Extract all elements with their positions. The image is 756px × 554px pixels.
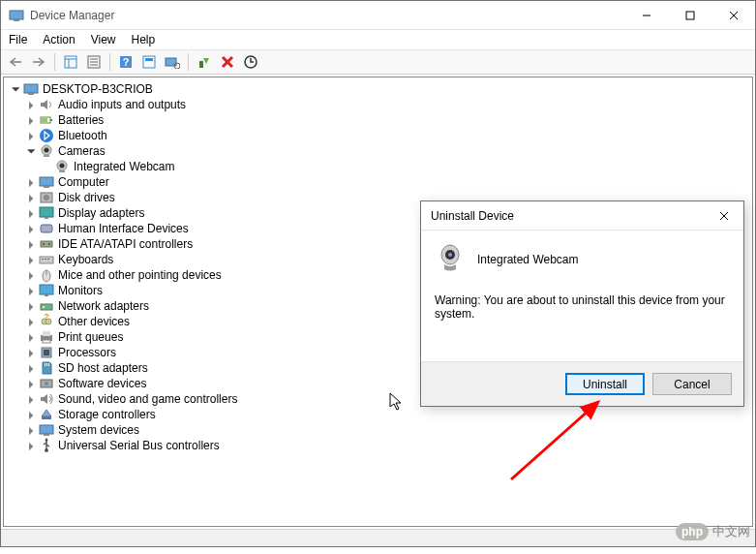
update-driver-button[interactable] xyxy=(240,51,261,73)
tree-item[interactable]: Computer xyxy=(4,174,752,190)
cpu-icon xyxy=(39,345,54,360)
chevron-right-icon[interactable] xyxy=(23,99,39,110)
watermark-logo: php xyxy=(676,523,709,540)
tree-item-label: System devices xyxy=(58,423,139,437)
svg-point-44 xyxy=(48,243,50,245)
action-button[interactable] xyxy=(138,51,160,73)
properties-button[interactable] xyxy=(83,51,105,73)
chevron-right-icon[interactable] xyxy=(23,300,39,312)
chevron-right-icon[interactable] xyxy=(23,269,39,281)
menu-action[interactable]: Action xyxy=(43,33,75,46)
chevron-right-icon[interactable] xyxy=(23,176,39,188)
svg-rect-71 xyxy=(44,434,49,436)
enable-device-button[interactable] xyxy=(194,51,215,73)
svg-point-33 xyxy=(60,164,65,169)
svg-rect-51 xyxy=(40,285,53,294)
close-button[interactable] xyxy=(711,1,755,29)
chevron-right-icon[interactable] xyxy=(23,114,39,126)
svg-rect-52 xyxy=(45,294,48,296)
chevron-right-icon[interactable] xyxy=(23,285,39,296)
tree-item[interactable]: Integrated Webcam xyxy=(4,159,752,174)
svg-rect-36 xyxy=(44,186,49,188)
bluetooth-icon xyxy=(39,128,54,143)
chevron-right-icon[interactable] xyxy=(23,378,39,389)
svg-rect-39 xyxy=(40,207,53,217)
svg-rect-61 xyxy=(43,340,50,343)
chevron-right-icon[interactable] xyxy=(23,347,39,358)
tree-item[interactable]: Bluetooth xyxy=(4,128,752,143)
svg-point-43 xyxy=(43,243,45,245)
svg-rect-46 xyxy=(42,259,44,260)
chevron-right-icon[interactable] xyxy=(23,393,39,405)
chevron-right-icon[interactable] xyxy=(23,362,39,374)
chevron-down-icon[interactable] xyxy=(23,145,39,157)
uninstall-button[interactable]: Uninstall xyxy=(565,373,645,395)
computer-icon xyxy=(39,174,54,190)
svg-rect-54 xyxy=(43,306,45,308)
svg-rect-69 xyxy=(42,416,51,419)
tree-item-label: Human Interface Devices xyxy=(58,222,189,235)
svg-rect-48 xyxy=(47,259,49,260)
show-hide-console-button[interactable] xyxy=(60,51,81,73)
tree-item[interactable]: Storage controllers xyxy=(4,407,752,422)
printer-icon xyxy=(39,329,54,345)
dialog-titlebar: Uninstall Device xyxy=(421,201,743,231)
chevron-right-icon[interactable] xyxy=(23,409,39,420)
tree-item[interactable]: Batteries xyxy=(4,112,752,128)
help-button[interactable]: ? xyxy=(115,51,136,73)
maximize-button[interactable] xyxy=(668,1,711,29)
svg-rect-6 xyxy=(65,56,76,68)
svg-rect-65 xyxy=(46,363,47,366)
usb-icon xyxy=(39,438,54,453)
chevron-right-icon[interactable] xyxy=(23,207,39,219)
tree-item[interactable]: Universal Serial Bus controllers xyxy=(4,438,752,453)
svg-rect-24 xyxy=(28,93,34,95)
back-button[interactable] xyxy=(5,51,26,73)
svg-point-72 xyxy=(45,448,48,452)
menu-help[interactable]: Help xyxy=(132,33,156,46)
tree-item-label: Storage controllers xyxy=(58,408,156,421)
svg-rect-1 xyxy=(14,19,19,21)
chevron-right-icon[interactable] xyxy=(23,238,39,250)
svg-rect-55 xyxy=(48,306,50,308)
chevron-right-icon[interactable] xyxy=(23,440,39,451)
menubar: File Action View Help xyxy=(1,30,755,49)
titlebar: Device Manager xyxy=(1,1,755,30)
uninstall-device-button[interactable] xyxy=(217,51,238,73)
tree-item[interactable]: System devices xyxy=(4,422,752,438)
tree-item-label: Sound, video and game controllers xyxy=(58,392,237,406)
dialog-buttons: Uninstall Cancel xyxy=(421,361,743,406)
svg-point-28 xyxy=(40,129,53,142)
statusbar xyxy=(1,529,755,546)
tree-item[interactable]: Cameras xyxy=(4,143,752,159)
chevron-right-icon[interactable] xyxy=(23,130,39,141)
svg-rect-60 xyxy=(43,331,50,336)
menu-view[interactable]: View xyxy=(91,33,116,46)
dialog-close-button[interactable] xyxy=(705,211,743,221)
chevron-right-icon[interactable] xyxy=(23,254,39,265)
tree-root[interactable]: DESKTOP-B3CRIOB xyxy=(4,81,752,97)
tree-item[interactable]: Audio inputs and outputs xyxy=(4,97,752,112)
forward-button[interactable] xyxy=(28,51,49,73)
cancel-button[interactable]: Cancel xyxy=(652,373,732,395)
window-controls xyxy=(624,1,755,29)
tree-item-label: Cameras xyxy=(58,144,106,158)
tree-item-label: Computer xyxy=(58,175,109,189)
minimize-button[interactable] xyxy=(624,1,668,29)
chevron-right-icon[interactable] xyxy=(23,192,39,203)
webcam-icon xyxy=(435,242,466,276)
scan-hardware-button[interactable] xyxy=(162,51,183,73)
tree-item-label: Disk drives xyxy=(58,191,115,204)
chevron-right-icon[interactable] xyxy=(23,316,39,327)
svg-rect-31 xyxy=(44,155,49,157)
tree-item-label: Display adapters xyxy=(58,206,144,220)
chevron-down-icon[interactable] xyxy=(8,83,23,95)
menu-file[interactable]: File xyxy=(9,33,27,46)
chevron-right-icon[interactable] xyxy=(23,424,39,436)
disk-icon xyxy=(39,190,54,205)
speaker-icon xyxy=(39,97,54,112)
uninstall-device-dialog: Uninstall Device Integrated Webcam Warni… xyxy=(420,200,744,407)
sd-icon xyxy=(39,360,54,376)
chevron-right-icon[interactable] xyxy=(23,223,39,234)
chevron-right-icon[interactable] xyxy=(23,331,39,343)
